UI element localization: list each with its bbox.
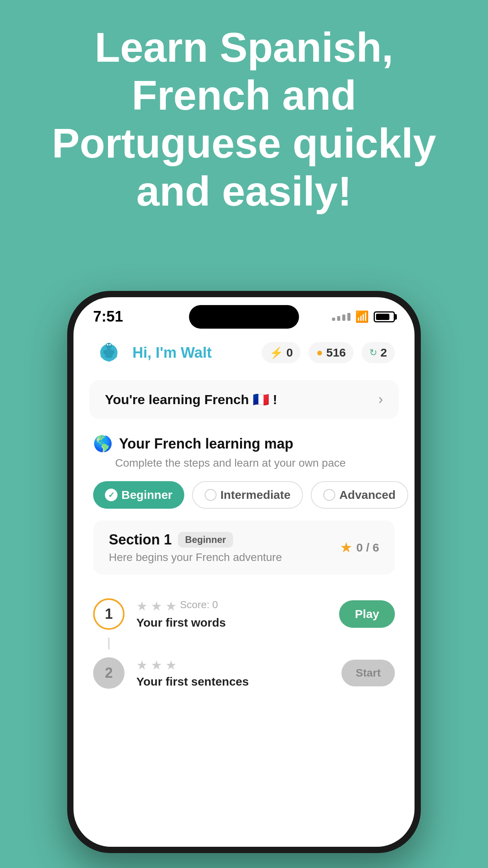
- svg-point-5: [112, 353, 117, 358]
- status-time: 7:51: [93, 308, 123, 325]
- section-subtitle: Complete the steps and learn at your own…: [115, 457, 395, 469]
- lesson-number-2: 2: [93, 657, 125, 689]
- lesson-2-star-2: ★: [151, 658, 162, 673]
- greeting-text: Hi, I'm Walt: [132, 344, 254, 361]
- section-card-title: Section 1 Beginner: [109, 531, 282, 548]
- lesson-1-score: Score: 0: [180, 599, 218, 614]
- start-button-2[interactable]: Start: [341, 660, 395, 686]
- lives-icon: ↻: [369, 347, 377, 358]
- check-icon: ✓: [105, 489, 117, 501]
- section-card-left: Section 1 Beginner Here begins your Fren…: [109, 531, 282, 564]
- learning-banner-text: You're learning French 🇫🇷 !: [105, 392, 277, 407]
- tab-beginner[interactable]: ✓ Beginner: [93, 481, 184, 509]
- beginner-badge: Beginner: [178, 532, 233, 548]
- battery-icon: [374, 311, 395, 322]
- lesson-item-1: 1 ★ ★ ★ Score: 0 Your first words Play: [73, 590, 415, 638]
- svg-point-4: [101, 353, 105, 358]
- wifi-icon: 📶: [355, 310, 369, 323]
- section-header: 🌎 Your French learning map: [93, 434, 395, 453]
- hero-title: Learn Spanish, French and Portuguese qui…: [0, 24, 488, 215]
- lives-badge: ↻ 2: [361, 342, 395, 363]
- lesson-item-2: 2 ★ ★ ★ Your first sentences Start: [73, 649, 415, 697]
- lesson-1-title: Your first words: [136, 616, 327, 629]
- lesson-1-info: ★ ★ ★ Score: 0 Your first words: [136, 599, 327, 629]
- status-bar: 7:51 📶: [73, 297, 415, 329]
- phone-outer: 7:51 📶: [67, 291, 421, 853]
- learning-map-section: 🌎 Your French learning map Complete the …: [73, 423, 415, 590]
- phone-screen: 7:51 📶: [73, 297, 415, 847]
- radio-intermediate: [205, 489, 216, 501]
- tab-advanced[interactable]: Advanced: [311, 481, 408, 509]
- lesson-2-info: ★ ★ ★ Your first sentences: [136, 658, 330, 688]
- play-button-1[interactable]: Play: [339, 600, 395, 628]
- section-card: Section 1 Beginner Here begins your Fren…: [93, 520, 395, 575]
- tab-intermediate-label: Intermediate: [220, 488, 290, 502]
- tab-intermediate[interactable]: Intermediate: [192, 481, 303, 509]
- star-icon: ★: [340, 539, 352, 556]
- section-title: Your French learning map: [119, 436, 293, 452]
- svg-point-9: [109, 344, 111, 346]
- radio-advanced: [323, 489, 335, 501]
- level-tabs: ✓ Beginner Intermediate Advanced: [93, 481, 395, 509]
- lesson-2-number: 2: [105, 665, 113, 681]
- app-header: Hi, I'm Walt ⚡ 0 ● 516 ↻ 2: [73, 329, 415, 376]
- streak-icon: ⚡: [270, 346, 283, 359]
- lesson-2-title: Your first sentences: [136, 675, 330, 688]
- lesson-2-stars: ★ ★ ★: [136, 658, 330, 673]
- lesson-1-stars: ★ ★ ★ Score: 0: [136, 599, 327, 614]
- signal-icon: [332, 313, 350, 321]
- lesson-1-star-2: ★: [151, 599, 162, 614]
- svg-point-8: [107, 344, 108, 346]
- turtle-avatar: [93, 337, 125, 368]
- status-icons: 📶: [332, 310, 395, 323]
- coins-icon: ●: [316, 346, 323, 359]
- globe-icon: 🌎: [93, 434, 113, 453]
- lives-value: 2: [380, 346, 387, 359]
- stars-count: 0 / 6: [356, 541, 379, 554]
- learning-banner[interactable]: You're learning French 🇫🇷 ! ›: [89, 380, 399, 419]
- dynamic-island: [189, 305, 299, 329]
- lesson-2-star-3: ★: [165, 658, 177, 673]
- section-description: Here begins your French adventure: [109, 551, 282, 564]
- lesson-2-star-1: ★: [136, 658, 148, 673]
- streak-badge: ⚡ 0: [262, 342, 301, 363]
- streak-value: 0: [286, 346, 293, 359]
- section-name: Section 1: [109, 531, 172, 548]
- chevron-right-icon: ›: [378, 391, 383, 408]
- coins-badge: ● 516: [308, 342, 354, 363]
- section-card-right: ★ 0 / 6: [340, 539, 379, 556]
- svg-point-7: [106, 343, 112, 348]
- lesson-connector: [108, 638, 110, 649]
- svg-point-6: [106, 358, 111, 362]
- phone-mockup: 7:51 📶: [67, 291, 421, 853]
- lesson-1-number: 1: [105, 606, 113, 622]
- lesson-number-1: 1: [93, 598, 125, 630]
- coins-value: 516: [326, 346, 346, 359]
- lesson-1-star-1: ★: [136, 599, 148, 614]
- tab-beginner-label: Beginner: [121, 488, 172, 502]
- lesson-1-star-3: ★: [165, 599, 177, 614]
- tab-advanced-label: Advanced: [339, 488, 395, 502]
